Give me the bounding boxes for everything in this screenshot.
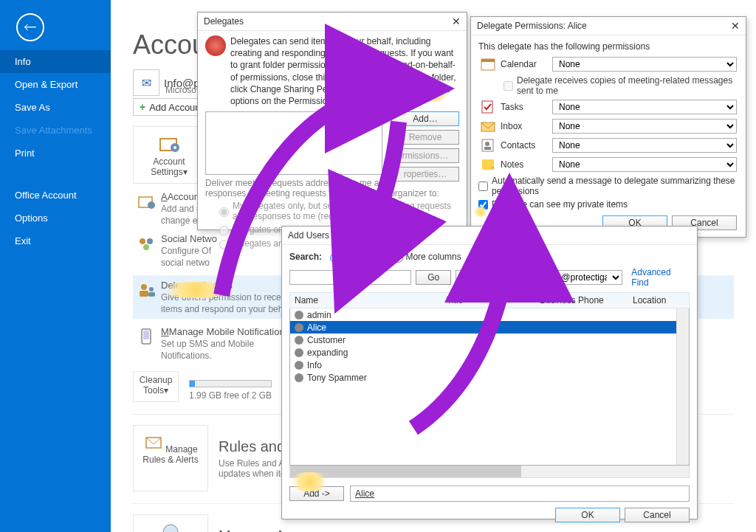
address-book-combo[interactable]: Global Address List - Info@protectigate.… — [456, 270, 622, 285]
close-icon[interactable]: ✕ — [452, 15, 461, 27]
perm-combo-tasks[interactable]: None — [552, 100, 737, 114]
close-icon[interactable]: ✕ — [731, 20, 740, 32]
user-row[interactable]: admin — [290, 308, 689, 321]
advanced-find-link[interactable]: Advanced Find — [631, 267, 690, 288]
svg-rect-23 — [482, 159, 494, 170]
search-label: Search: — [289, 252, 322, 262]
calendar-icon — [478, 56, 498, 72]
svg-rect-13 — [143, 331, 149, 339]
person-icon — [295, 373, 303, 382]
deliver-radio-1 — [219, 207, 229, 217]
user-row[interactable]: expanding — [290, 346, 689, 359]
svg-point-10 — [149, 287, 154, 291]
svg-rect-17 — [481, 59, 495, 62]
ok-button[interactable]: OK — [555, 508, 620, 522]
perm-label-contacts: Contacts — [501, 140, 552, 151]
person-icon — [295, 311, 303, 319]
mobile-notifications-title: MManage Mobile Notifications — [161, 326, 289, 337]
person-icon — [295, 323, 303, 332]
add-field[interactable]: Alice — [350, 486, 690, 502]
add-users-title: Add Users — [288, 230, 691, 241]
sidebar-item-office-account[interactable]: Office Account — [0, 184, 111, 207]
svg-point-21 — [485, 142, 489, 146]
manage-apps-tile[interactable] — [133, 514, 208, 532]
users-grid[interactable]: adminAliceCustomerexpandingInfoTony Spam… — [289, 308, 690, 466]
sidebar-item-exit[interactable]: Exit — [0, 229, 111, 252]
add-delegate-button[interactable]: Add… — [391, 111, 459, 126]
sidebar-item-save-attachments: Save Attachments — [0, 119, 111, 142]
apps-icon — [159, 522, 182, 532]
deliver-radio-3 — [219, 240, 229, 249]
search-name-only-radio[interactable]: Name only — [326, 251, 384, 263]
svg-point-4 — [148, 201, 155, 209]
svg-point-7 — [143, 244, 149, 250]
plus-icon: + — [140, 101, 145, 113]
svg-rect-18 — [482, 101, 492, 113]
permissions-subtitle: This delegate has the following permissi… — [478, 41, 737, 52]
person-icon — [295, 348, 303, 357]
highlight-annotation — [409, 81, 453, 102]
account-icon — [137, 193, 157, 210]
svg-point-6 — [147, 238, 153, 244]
svg-point-5 — [140, 238, 145, 244]
svg-rect-11 — [148, 292, 155, 297]
add-users-dialog: Add Users Search: Name only More columns… — [281, 226, 698, 519]
sidebar-item-save-as[interactable]: Save As — [0, 96, 111, 119]
tasks-icon — [478, 99, 498, 115]
account-settings-tile[interactable]: Account Settings▾ — [133, 126, 205, 184]
grid-header: Name Title Business Phone Location — [289, 292, 690, 308]
social-icon — [137, 235, 157, 252]
cancel-button[interactable]: Cancel — [625, 508, 690, 522]
perm-label-inbox: Inbox — [501, 121, 552, 131]
inbox-icon — [478, 118, 498, 134]
receives-copies-checkbox — [504, 81, 513, 91]
address-book-label: Address Book — [482, 252, 542, 262]
perm-label-calendar: Calendar — [501, 59, 552, 69]
auto-send-checkbox[interactable] — [478, 182, 488, 191]
rules-icon — [143, 433, 165, 452]
user-row[interactable]: Info — [290, 359, 689, 371]
search-more-columns-radio[interactable]: More columns — [390, 251, 461, 263]
perm-combo-contacts[interactable]: None — [552, 138, 737, 153]
user-row[interactable]: Tony Spammer — [290, 371, 689, 384]
sidebar-item-print[interactable]: Print — [0, 142, 111, 165]
perm-combo-notes[interactable]: None — [552, 157, 737, 172]
delegates-listbox[interactable] — [205, 111, 382, 175]
sidebar-item-open-export[interactable]: Open & Export — [0, 73, 111, 96]
horizontal-scrollbar[interactable] — [289, 466, 690, 478]
delegates-dialog: Delegates✕ Delegates can send items on y… — [197, 12, 467, 230]
back-button[interactable]: 🡐 — [16, 13, 44, 41]
go-button[interactable]: Go — [416, 270, 451, 285]
sidebar-item-options[interactable]: Options — [0, 207, 111, 229]
svg-point-2 — [173, 146, 176, 149]
permissions-button: rmissions… — [391, 148, 459, 163]
manage-rules-tile[interactable]: Manage Rules & Alerts — [133, 425, 208, 491]
highlight-annotation — [155, 282, 236, 298]
perm-label-tasks: Tasks — [501, 102, 552, 112]
perm-combo-calendar[interactable]: None — [552, 57, 737, 72]
exchange-logo-icon: ✉ — [133, 69, 159, 96]
delegate-permissions-dialog: Delegate Permissions: Alice✕ This delega… — [470, 16, 746, 238]
user-row[interactable]: Customer — [290, 334, 689, 346]
deliver-radio-2 — [219, 226, 229, 235]
delegates-title: Delegates — [204, 16, 452, 27]
user-row[interactable]: Alice — [290, 321, 689, 334]
svg-rect-9 — [140, 291, 148, 297]
vertical-scrollbar[interactable] — [676, 308, 689, 465]
delegate-avatar-icon — [205, 35, 226, 56]
account-settings-icon — [158, 134, 180, 153]
person-icon — [295, 336, 303, 345]
svg-rect-22 — [484, 147, 491, 150]
storage-text: 1.99 GB free of 2 GB — [189, 390, 272, 401]
person-icon — [295, 361, 303, 370]
backstage-sidebar: 🡐 Info Open & Export Save As Save Attach… — [0, 0, 111, 532]
svg-point-15 — [163, 525, 178, 532]
cleanup-tools-tile[interactable]: Cleanup Tools▾ — [133, 371, 179, 402]
mobile-icon — [137, 328, 157, 345]
highlight-annotation — [474, 205, 487, 218]
permissions-title: Delegate Permissions: Alice — [477, 21, 731, 31]
perm-combo-inbox[interactable]: None — [552, 119, 737, 134]
highlight-annotation — [286, 472, 332, 491]
search-input[interactable] — [289, 270, 411, 285]
sidebar-item-info[interactable]: Info — [0, 50, 111, 73]
